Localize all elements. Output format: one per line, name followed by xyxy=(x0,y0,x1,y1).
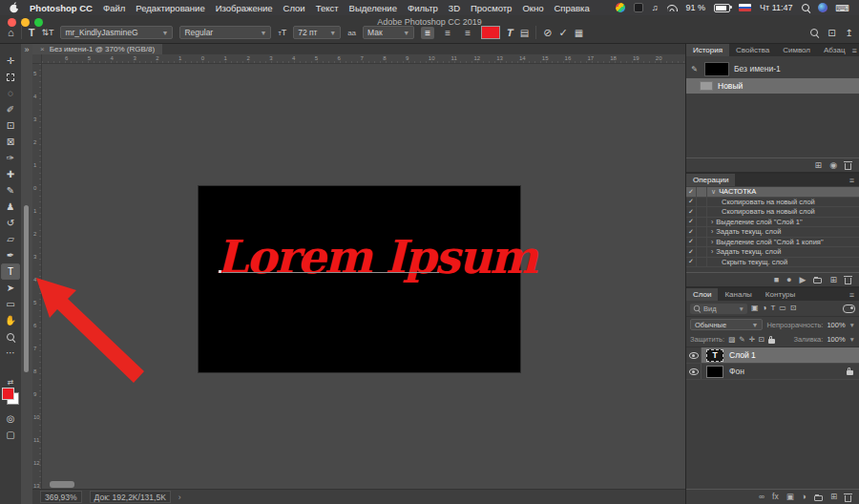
layer-row[interactable]: Фон xyxy=(686,364,859,380)
action-check-icon[interactable]: ✓ xyxy=(686,218,697,227)
history-snapshot-row[interactable]: ✎ Без имени-1 xyxy=(686,61,859,76)
eraser-tool[interactable]: ▱ xyxy=(1,231,20,247)
status-chevron-icon[interactable]: › xyxy=(178,493,181,502)
type-tool-preset-icon[interactable]: T xyxy=(29,27,35,38)
layer-search-box[interactable]: Вид ▼ xyxy=(690,304,747,314)
tab-Слои[interactable]: Слои xyxy=(686,288,718,301)
anti-alias-select[interactable]: Мак ▼ xyxy=(363,26,414,39)
text-baseline-handle[interactable] xyxy=(219,270,221,273)
quick-selection-tool[interactable]: ✐ xyxy=(1,101,20,117)
tab-Каналы[interactable]: Каналы xyxy=(718,288,758,301)
action-check-icon[interactable]: ✓ xyxy=(686,247,697,257)
action-check-icon[interactable]: ✓ xyxy=(686,227,697,237)
panel-menu-icon[interactable]: ≡ xyxy=(849,288,859,301)
new-document-icon[interactable]: ⊞ xyxy=(815,161,823,170)
lock-all-icon[interactable] xyxy=(768,339,775,344)
action-dialog-toggle[interactable] xyxy=(697,218,707,227)
notification-icon[interactable]: ♫ xyxy=(652,3,659,12)
toolbar-ellipsis[interactable]: ⋯ xyxy=(1,345,20,361)
chevron-down-icon[interactable]: ▼ xyxy=(849,336,855,343)
shape-tool[interactable]: ▭ xyxy=(1,296,20,312)
commit-edit-icon[interactable]: ✓ xyxy=(558,27,567,39)
trash-icon[interactable] xyxy=(845,163,851,170)
lock-pixels-icon[interactable]: ✎ xyxy=(739,336,744,344)
new-action-icon[interactable]: ⊞ xyxy=(829,276,837,284)
eye-icon[interactable] xyxy=(689,368,699,375)
crop-tool[interactable]: ⊡ xyxy=(1,117,20,134)
stop-icon[interactable]: ■ xyxy=(774,276,779,284)
action-check-icon[interactable]: ✓ xyxy=(686,238,697,247)
fx-icon[interactable]: fx xyxy=(772,493,779,501)
frame-tool[interactable]: ⊠ xyxy=(1,134,20,150)
snapshot-camera-icon[interactable]: ◉ xyxy=(829,161,837,170)
background-layer-thumbnail[interactable] xyxy=(706,366,723,378)
action-row[interactable]: ✓›Выделение слой "Слой 1 копия" xyxy=(686,238,859,248)
home-icon[interactable]: ⌂ xyxy=(8,27,14,38)
visibility-cell[interactable] xyxy=(686,364,702,379)
text-orientation-icon[interactable]: ⇅T xyxy=(41,28,53,37)
quick-mask-button[interactable]: ◎ xyxy=(1,410,20,427)
menubar-item[interactable]: Слои xyxy=(283,3,305,13)
document-tab[interactable]: × Без имени-1 @ 370% (RGB/8) xyxy=(32,44,162,54)
close-tab-icon[interactable]: × xyxy=(40,45,45,53)
layer-content[interactable]: Фон xyxy=(702,364,859,379)
menubar-item[interactable]: Окно xyxy=(522,3,543,13)
tab-Символ[interactable]: Символ xyxy=(776,44,817,56)
new-layer-icon[interactable]: ⊞ xyxy=(830,493,837,501)
align-left-button[interactable]: ≡ xyxy=(421,27,434,39)
action-dialog-toggle[interactable] xyxy=(697,187,707,197)
group-folder-icon[interactable] xyxy=(814,495,823,501)
zoom-level-field[interactable]: 369,93% xyxy=(40,491,82,503)
action-check-icon[interactable]: ✓ xyxy=(686,198,697,207)
search-icon[interactable] xyxy=(810,29,818,36)
menubar-item[interactable]: Изображение xyxy=(216,3,273,13)
toolbar-expand-icon[interactable]: » xyxy=(21,45,32,54)
action-row[interactable]: ✓›Задать текущ. слой xyxy=(686,227,859,238)
action-dialog-toggle[interactable] xyxy=(697,198,707,207)
color-swatches[interactable] xyxy=(2,388,19,405)
expand-arrow-icon[interactable]: › xyxy=(711,228,713,235)
vertical-scrollbar-thumb[interactable] xyxy=(24,205,29,372)
type-tool[interactable]: T xyxy=(1,263,20,280)
play-icon[interactable]: ▶ xyxy=(800,276,807,284)
menubar-item[interactable]: Текст xyxy=(316,3,339,13)
screen-mode-button[interactable]: ▢ xyxy=(1,427,20,443)
swap-colors-icon[interactable]: ⇄ xyxy=(8,378,14,387)
action-dialog-toggle[interactable] xyxy=(697,238,707,247)
action-check-icon[interactable]: ✓ xyxy=(686,258,697,267)
toggle-panels-icon[interactable]: ▤ xyxy=(520,28,529,38)
adjustment-icon[interactable]: ◑ xyxy=(802,493,807,501)
panel-menu-icon[interactable]: ≡ xyxy=(849,174,859,186)
menubar-item[interactable]: Файл xyxy=(103,3,125,13)
action-dialog-toggle[interactable] xyxy=(697,247,707,257)
path-selection-tool[interactable]: ➤ xyxy=(1,280,20,296)
folder-icon[interactable] xyxy=(813,278,822,284)
document-canvas[interactable]: Lorem Ipsum xyxy=(199,186,520,372)
wifi-icon[interactable] xyxy=(667,4,678,11)
menubar-item[interactable]: Фильтр xyxy=(408,3,438,13)
adjustment-filter-icon[interactable]: ◑ xyxy=(763,304,767,312)
smart-filter-icon[interactable]: ⊡ xyxy=(790,304,797,312)
tab-Свойства[interactable]: Свойства xyxy=(729,44,776,56)
expand-arrow-icon[interactable]: ∨ xyxy=(711,188,716,196)
pen-tool[interactable]: ✒ xyxy=(1,247,20,263)
action-dialog-toggle[interactable] xyxy=(697,227,707,237)
action-row[interactable]: ✓Скрыть текущ. слой xyxy=(686,258,859,268)
tab-Контуры[interactable]: Контуры xyxy=(759,288,802,301)
warp-text-icon[interactable]: T xyxy=(506,27,514,38)
lock-position-icon[interactable]: ✛ xyxy=(749,336,755,344)
hand-tool[interactable]: ✋ xyxy=(1,312,20,328)
image-filter-icon[interactable]: ▣ xyxy=(751,304,759,312)
link-icon[interactable]: ∞ xyxy=(759,493,765,501)
font-size-select[interactable]: 72 пт ▼ xyxy=(293,26,341,39)
horizontal-scrollbar-thumb[interactable] xyxy=(50,481,74,488)
share-icon[interactable]: ↥ xyxy=(846,28,853,38)
history-brush-source-icon[interactable]: ✎ xyxy=(689,65,700,74)
tab-Абзац[interactable]: Абзац xyxy=(817,44,851,56)
lock-transparency-icon[interactable]: ▨ xyxy=(728,336,735,344)
menubar-item[interactable]: Редактирование xyxy=(136,3,204,13)
record-icon[interactable]: ● xyxy=(786,276,791,284)
cancel-edit-icon[interactable]: ⊘ xyxy=(543,27,552,39)
panel-menu-icon[interactable]: ≡ xyxy=(851,44,859,56)
action-row[interactable]: ✓›Выделение слой "Слой 1" xyxy=(686,218,859,228)
